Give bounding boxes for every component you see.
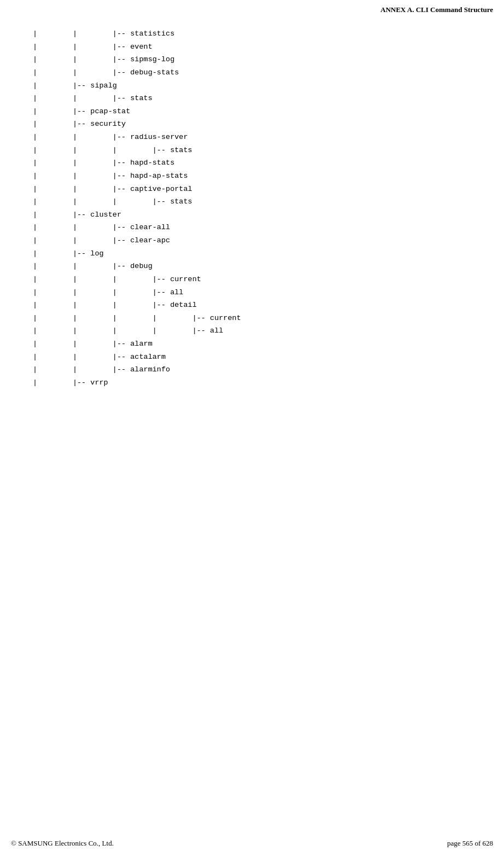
page-footer: © SAMSUNG Electronics Co., Ltd. page 565… [0,839,504,848]
copyright-text: © SAMSUNG Electronics Co., Ltd. [11,839,114,848]
tree-line: | | | |-- stats [33,195,482,208]
tree-line: | |-- sipalg [33,79,482,92]
tree-line: | |-- vrrp [33,376,482,389]
tree-line: | | |-- stats [33,92,482,105]
tree-line: | |-- log [33,247,482,260]
tree-line: | | |-- clear-all [33,221,482,234]
tree-line: | | | | |-- all [33,324,482,337]
tree-line: | |-- security [33,118,482,131]
tree-line: | | |-- debug-stats [33,66,482,79]
page-number: page 565 of 628 [447,839,493,848]
tree-line: | | |-- clear-apc [33,234,482,247]
page-header-title: ANNEX A. CLI Command Structure [380,5,493,14]
tree-line: | | |-- hapd-stats [33,156,482,170]
tree-line: | |-- pcap-stat [33,105,482,118]
tree-line: | | |-- alarminfo [33,363,482,376]
tree-line: | | |-- radius-server [33,131,482,144]
tree-line: | |-- cluster [33,208,482,222]
tree-line: | | |-- debug [33,260,482,273]
cli-tree-content: | | |-- statistics| | |-- event| | |-- s… [33,27,482,389]
tree-line: | | | |-- detail [33,299,482,312]
tree-line: | | | |-- stats [33,144,482,157]
tree-line: | | |-- statistics [33,27,482,40]
tree-line: | | |-- alarm [33,337,482,351]
tree-line: | | |-- hapd-ap-stats [33,170,482,183]
tree-line: | | |-- actalarm [33,351,482,364]
tree-line: | | | |-- current [33,273,482,286]
tree-line: | | |-- event [33,40,482,54]
tree-line: | | | | |-- current [33,312,482,325]
tree-line: | | |-- captive-portal [33,183,482,196]
tree-line: | | | |-- all [33,286,482,299]
tree-line: | | |-- sipmsg-log [33,53,482,66]
